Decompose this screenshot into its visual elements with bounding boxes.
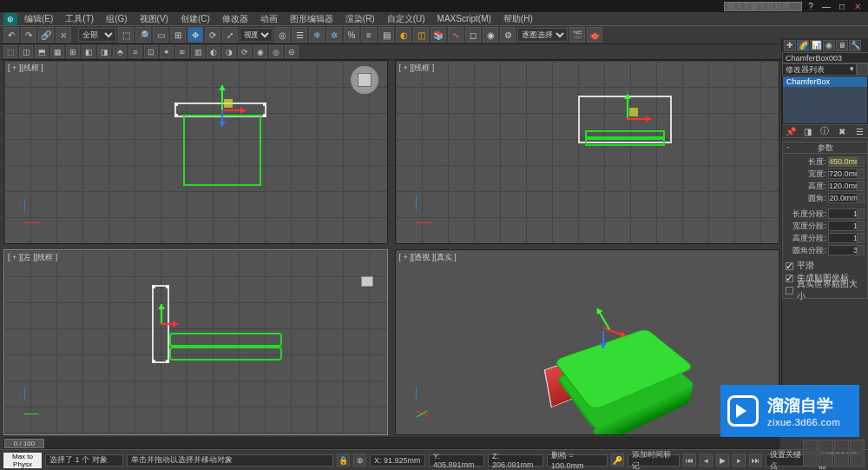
percent-snap-button[interactable]: % [344,27,359,43]
minimize-button[interactable]: — [819,1,833,11]
subtool-11[interactable]: ✦ [160,45,174,58]
height-spinner[interactable]: 120.0mm [828,181,865,191]
render-setup-button[interactable]: ⚙ [500,27,516,43]
align-button[interactable]: ◫ [413,27,429,43]
play-button[interactable]: ▶ [716,453,729,467]
modifier-sets-button[interactable] [857,63,868,76]
subtool-09[interactable]: ≡ [128,45,142,58]
zoom-ext-button[interactable] [834,440,849,453]
viewport-left[interactable]: [ + ][左 ][线框 ] [3,249,388,435]
viewport-label[interactable]: [ + ][透视 ][真实 ] [399,252,457,263]
show-end-result-icon[interactable]: ◨ [803,126,813,136]
utilities-tab[interactable]: 🔧 [849,40,861,51]
subtool-13[interactable]: ▥ [191,45,205,58]
orbit-button[interactable] [834,453,849,467]
menu-maxscript[interactable]: MAXScript(M) [432,13,496,24]
subtool-04[interactable]: ▦ [50,45,64,58]
object-name-input[interactable] [782,52,868,63]
time-slider[interactable]: 0 / 100 [3,437,779,449]
pan-button[interactable] [803,453,818,467]
zoom-button[interactable] [803,440,818,453]
subtool-19[interactable]: ⊖ [285,45,299,58]
zoom-all-button[interactable] [819,440,833,453]
wseg-spinner[interactable]: 1 [828,221,865,231]
hseg-spinner[interactable]: 1 [828,233,865,243]
undo-button[interactable]: ↶ [3,27,19,43]
goto-end-button[interactable]: ⏭ [749,453,762,467]
lock-selection-button[interactable]: 🔒 [337,453,350,467]
select-scale-button[interactable]: ⤢ [222,27,238,43]
make-unique-icon[interactable]: ⓘ [819,126,830,136]
create-tab[interactable]: ✚ [784,40,796,51]
coord-z[interactable]: Z: 206.091mm [488,454,543,467]
coord-y[interactable]: Y: 405.891mm [429,454,484,467]
menu-view[interactable]: 视图(V) [135,12,174,26]
menu-edit[interactable]: 编辑(E) [19,12,58,26]
menu-create[interactable]: 创建(C) [175,12,215,26]
walk-button[interactable] [819,453,833,467]
steering-wheel-icon[interactable] [361,276,373,287]
genmap-checkbox[interactable] [786,275,793,282]
render-button[interactable]: 🫖 [587,27,602,43]
subtool-07[interactable]: ◨ [97,45,111,58]
motion-tab[interactable]: ◉ [823,40,835,51]
realworld-checkbox[interactable] [786,287,793,295]
layer-manager-button[interactable]: 📚 [431,27,446,43]
select-name-button[interactable]: 🔎 [135,27,151,43]
subtool-08[interactable]: ⬘ [113,45,127,58]
manipulate-button[interactable]: ☰ [292,27,307,43]
rollout-header[interactable]: 参数 [782,142,868,154]
menu-anim[interactable]: 动画 [255,12,283,26]
angle-snap-button[interactable]: ✲ [326,27,342,43]
select-move-button[interactable]: ✥ [187,27,203,43]
viewport-label[interactable]: [ + ][左 ][线框 ] [8,252,57,263]
subtool-17[interactable]: ◉ [253,45,267,58]
subtool-10[interactable]: ⊡ [144,45,158,58]
subtool-15[interactable]: ◑ [222,45,236,58]
fillet-spinner[interactable]: 20.0mm [828,193,865,203]
subtool-02[interactable]: ◫ [19,45,33,58]
mirror-button[interactable]: ◐ [396,27,411,43]
menu-tools[interactable]: 工具(T) [60,12,99,26]
smooth-checkbox[interactable] [786,262,793,270]
subtool-01[interactable]: ⬚ [3,45,17,58]
subtool-16[interactable]: ⟳ [238,45,252,58]
subtool-03[interactable]: ⬒ [35,45,49,58]
snap-toggle-button[interactable]: ❄ [309,27,325,43]
auto-key-button[interactable]: 🔑 [611,453,624,467]
max-toggle-button[interactable] [850,453,865,467]
ref-coord-select[interactable]: 视图 [240,28,273,42]
prev-frame-button[interactable]: ◂ [700,453,713,467]
menu-custom[interactable]: 自定义(U) [382,12,431,26]
subtool-06[interactable]: ◧ [82,45,95,58]
selection-filter-select[interactable]: 全部 [78,28,116,42]
named-sel-button[interactable]: ▤ [378,27,394,43]
window-crossing-button[interactable]: ⊞ [170,27,186,43]
subtool-18[interactable]: ◎ [269,45,283,58]
transform-type-in-button[interactable]: ⊕ [353,453,366,467]
fseg-spinner[interactable]: 3 [828,245,865,255]
select-button[interactable]: ⬚ [118,27,134,43]
unlink-button[interactable]: ⤫ [56,27,71,43]
width-spinner[interactable]: 720.0mm [828,169,865,179]
menu-graph[interactable]: 图形编辑器 [285,12,339,26]
render-frame-button[interactable]: 🎬 [569,27,585,43]
material-editor-button[interactable]: ◉ [483,27,498,43]
fov-button[interactable] [850,440,865,453]
curve-editor-button[interactable]: ∿ [448,27,464,43]
schematic-view-button[interactable]: ◻ [465,27,481,43]
subtool-12[interactable]: ≋ [175,45,189,58]
time-track[interactable] [44,439,779,448]
menu-help[interactable]: 帮助(H) [498,12,538,26]
menu-group[interactable]: 组(G) [101,12,132,26]
menu-render[interactable]: 渲染(R) [340,12,380,26]
render-preset-select[interactable]: 逐图选择 [517,28,568,42]
length-spinner[interactable]: 450.0mm [828,156,865,167]
stack-item-chamferbox[interactable]: ChamferBox [783,76,867,87]
link-button[interactable]: 🔗 [38,27,54,43]
help-search-input[interactable] [724,2,802,11]
configure-sets-icon[interactable]: ☰ [854,126,865,136]
subtool-14[interactable]: ◐ [207,45,220,58]
viewport-label[interactable]: [ + ][线框 ] [399,63,435,74]
select-region-button[interactable]: ▭ [153,27,168,43]
